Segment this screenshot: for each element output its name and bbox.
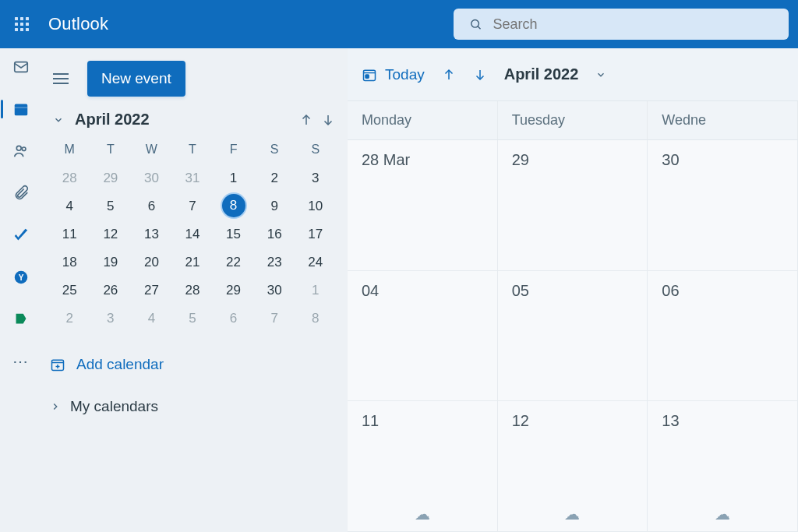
- rail-more[interactable]: ⋯: [5, 349, 37, 374]
- mini-day[interactable]: 7: [255, 306, 295, 331]
- mini-day[interactable]: 15: [214, 222, 253, 247]
- chevron-right-icon: [50, 401, 61, 412]
- mini-day[interactable]: 11: [50, 222, 90, 247]
- mini-dow: S: [295, 138, 335, 163]
- add-calendar-button[interactable]: Add calendar: [47, 351, 338, 378]
- checkmark-icon: [12, 227, 30, 244]
- mini-calendar: April 2022 MTWTFSS2829303112345678910111…: [47, 111, 338, 331]
- rail-files[interactable]: [5, 181, 37, 206]
- mini-day[interactable]: 22: [214, 250, 253, 275]
- calendar-cell[interactable]: 04: [348, 271, 498, 402]
- mini-day[interactable]: 18: [50, 250, 90, 275]
- add-calendar-label: Add calendar: [76, 356, 164, 373]
- mini-day[interactable]: 5: [173, 306, 213, 331]
- grid-day-header: Wedne: [648, 101, 798, 139]
- svg-line-1: [478, 26, 480, 29]
- svg-rect-4: [15, 107, 28, 108]
- mini-day[interactable]: 12: [91, 222, 131, 247]
- app-launcher-button[interactable]: [6, 9, 37, 40]
- cell-date: 11: [362, 412, 379, 429]
- calendar-icon: [12, 100, 30, 118]
- mini-calendar-title: April 2022: [75, 111, 291, 129]
- mini-day[interactable]: 14: [173, 222, 213, 247]
- mini-day[interactable]: 30: [132, 166, 171, 191]
- mini-day[interactable]: 13: [132, 222, 171, 247]
- mini-day[interactable]: 17: [295, 222, 335, 247]
- rail-yammer[interactable]: Y: [5, 265, 37, 290]
- waffle-icon: [15, 17, 29, 31]
- calendar-cell[interactable]: 29: [498, 140, 648, 271]
- mini-day[interactable]: 19: [91, 250, 131, 275]
- mini-day[interactable]: 8: [222, 194, 245, 217]
- more-icon: ⋯: [12, 352, 30, 371]
- svg-point-5: [16, 146, 21, 150]
- mini-calendar-grid: MTWTFSS282930311234567891011121314151617…: [50, 138, 335, 331]
- calendar-cell[interactable]: 06: [648, 271, 798, 402]
- mini-day[interactable]: 1: [295, 278, 335, 303]
- mini-day[interactable]: 6: [214, 306, 253, 331]
- mini-day[interactable]: 28: [50, 166, 90, 191]
- mini-dow: T: [91, 138, 131, 163]
- mini-day[interactable]: 4: [132, 306, 171, 331]
- mini-day[interactable]: 3: [295, 166, 335, 191]
- search-input[interactable]: [493, 16, 773, 33]
- cell-date: 30: [662, 151, 679, 168]
- rail-calendar[interactable]: [5, 97, 37, 122]
- grid-day-header: Tuesday: [498, 101, 648, 139]
- mini-day[interactable]: 25: [50, 278, 90, 303]
- mini-day[interactable]: 7: [173, 194, 213, 219]
- mini-day[interactable]: 26: [91, 278, 131, 303]
- calendar-cell[interactable]: 28 Mar: [348, 140, 498, 271]
- today-label: Today: [385, 66, 425, 83]
- toolbar-prev-button[interactable]: [442, 68, 456, 82]
- calendar-cell[interactable]: 30: [648, 140, 798, 271]
- mini-day[interactable]: 2: [255, 166, 295, 191]
- today-button[interactable]: Today: [362, 66, 425, 83]
- mini-day[interactable]: 10: [295, 194, 335, 219]
- new-event-button[interactable]: New event: [87, 61, 185, 97]
- rail-mail[interactable]: [5, 55, 37, 79]
- rail-bookings[interactable]: [5, 307, 37, 332]
- mini-day[interactable]: 1: [214, 166, 253, 191]
- rail-todo[interactable]: [5, 223, 37, 248]
- mini-next-button[interactable]: [321, 113, 335, 127]
- mini-day[interactable]: 21: [173, 250, 213, 275]
- mini-day[interactable]: 29: [91, 166, 131, 191]
- nav-rail: Y ⋯: [0, 48, 42, 532]
- mini-day[interactable]: 28: [173, 278, 213, 303]
- mini-day[interactable]: 20: [132, 250, 171, 275]
- mini-month-dropdown[interactable]: [50, 111, 67, 129]
- hamburger-icon: [53, 72, 69, 85]
- toolbar-month-label[interactable]: April 2022: [504, 65, 579, 83]
- mini-day[interactable]: 3: [91, 306, 131, 331]
- arrow-down-icon: [321, 113, 335, 127]
- toolbar-month-dropdown[interactable]: [595, 69, 606, 80]
- mini-day[interactable]: 29: [214, 278, 253, 303]
- search-box[interactable]: [454, 9, 789, 40]
- mini-day[interactable]: 24: [295, 250, 335, 275]
- mini-day[interactable]: 16: [255, 222, 295, 247]
- people-icon: [12, 143, 30, 160]
- calendar-cell[interactable]: 05: [498, 271, 648, 402]
- hamburger-button[interactable]: [47, 68, 75, 90]
- calendar-cell[interactable]: 11☁: [348, 401, 498, 532]
- toolbar-next-button[interactable]: [473, 68, 487, 82]
- mini-day[interactable]: 30: [255, 278, 295, 303]
- mini-day[interactable]: 23: [255, 250, 295, 275]
- my-calendars-section[interactable]: My calendars: [47, 393, 338, 420]
- attachment-icon: [12, 185, 30, 202]
- mini-day[interactable]: 6: [132, 194, 171, 219]
- calendar-toolbar: Today April 2022: [348, 48, 798, 101]
- rail-people[interactable]: [5, 139, 37, 164]
- mini-prev-button[interactable]: [299, 113, 313, 127]
- mini-day[interactable]: 8: [295, 306, 335, 331]
- mini-day[interactable]: 4: [50, 194, 90, 219]
- mini-day[interactable]: 9: [255, 194, 295, 219]
- mini-day[interactable]: 27: [132, 278, 171, 303]
- calendar-cell[interactable]: 13☁: [648, 401, 798, 532]
- calendar-cell[interactable]: 12☁: [498, 401, 648, 532]
- mini-day[interactable]: 5: [91, 194, 131, 219]
- mini-day[interactable]: 31: [173, 166, 213, 191]
- mini-day[interactable]: 2: [50, 306, 90, 331]
- mini-dow: M: [50, 138, 90, 163]
